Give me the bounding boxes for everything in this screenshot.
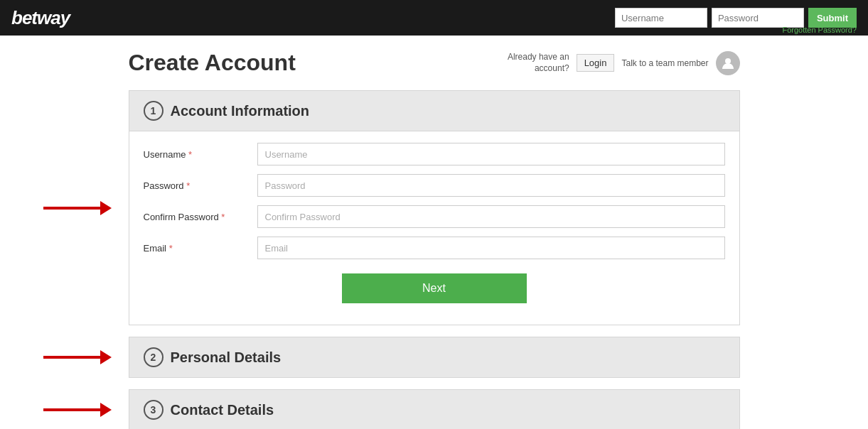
title-row: Create Account Already have anaccount? L… <box>129 50 740 76</box>
section-2-header: 2 Personal Details <box>129 337 740 378</box>
arrow-1 <box>43 201 112 215</box>
next-btn-row: Next <box>144 273 725 310</box>
arrow-3 <box>43 403 112 417</box>
page-title: Create Account <box>129 50 508 76</box>
section-3-wrapper: 3 Contact Details <box>129 389 740 429</box>
next-button[interactable]: Next <box>342 273 527 303</box>
section-1-header: 1 Account Information <box>129 90 740 131</box>
title-actions: Already have anaccount? Login Talk to a … <box>508 51 740 75</box>
talk-to-team-text: Talk to a team member <box>621 58 708 68</box>
username-input[interactable] <box>257 143 725 165</box>
password-label: Password * <box>144 180 257 191</box>
header-username-input[interactable] <box>615 8 707 28</box>
forgotten-password-link[interactable]: Forgotten Password? <box>782 26 857 34</box>
arrow-line-1 <box>43 207 100 210</box>
arrow-head-3 <box>100 403 112 417</box>
header-submit-button[interactable]: Submit <box>808 8 857 28</box>
section-2-number: 2 <box>144 347 164 367</box>
arrow-head-2 <box>100 350 112 364</box>
password-input[interactable] <box>257 174 725 197</box>
avatar <box>716 51 740 75</box>
arrow-line-2 <box>43 356 100 359</box>
username-row: Username * <box>144 143 725 165</box>
logo: betway <box>11 7 70 29</box>
section-3-number: 3 <box>144 400 164 420</box>
section-1-wrapper: 1 Account Information Username * Passwor… <box>129 90 740 325</box>
confirm-required: * <box>221 212 225 222</box>
email-row: Email * <box>144 237 725 259</box>
arrow-line-3 <box>43 408 100 411</box>
arrow-2 <box>43 350 112 364</box>
confirm-password-label: Confirm Password * <box>144 212 257 222</box>
section-1-number: 1 <box>144 101 164 121</box>
password-required: * <box>186 180 190 191</box>
arrow-head-1 <box>100 201 112 215</box>
header-right: Submit <box>615 8 857 28</box>
header: betway Submit <box>0 0 868 36</box>
password-row: Password * <box>144 174 725 197</box>
email-label: Email * <box>144 243 257 254</box>
confirm-password-input[interactable] <box>257 205 725 228</box>
email-input[interactable] <box>257 237 725 259</box>
section-2-title: Personal Details <box>171 349 282 366</box>
svg-point-0 <box>725 58 731 64</box>
email-required: * <box>169 243 173 254</box>
confirm-password-row: Confirm Password * <box>144 205 725 228</box>
section-2-wrapper: 2 Personal Details <box>129 337 740 378</box>
section-3-title: Contact Details <box>171 402 274 418</box>
section-1-title: Account Information <box>171 103 310 119</box>
page-content: Create Account Already have anaccount? L… <box>114 36 754 429</box>
section-3-header: 3 Contact Details <box>129 389 740 429</box>
section-1-form: Username * Password * Confirm Password *… <box>129 131 740 325</box>
username-label: Username * <box>144 149 257 160</box>
login-button[interactable]: Login <box>577 54 615 72</box>
already-have-text: Already have anaccount? <box>508 52 569 74</box>
header-password-input[interactable] <box>712 8 804 28</box>
username-required: * <box>188 149 192 160</box>
